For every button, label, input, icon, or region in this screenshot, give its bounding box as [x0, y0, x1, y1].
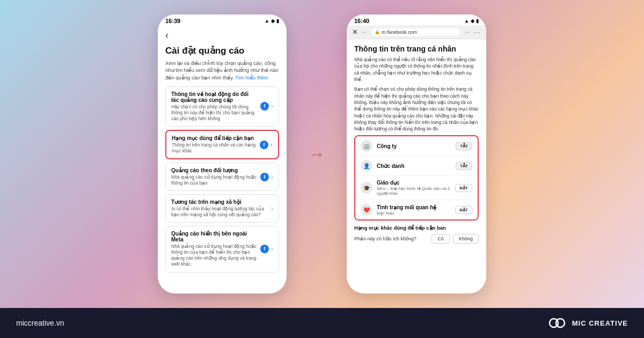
menu-item-2-highlighted[interactable]: Hạng mục dùng để tiếp cận bạn Thông tin …	[165, 130, 279, 159]
settings-box: 🏢 Công ty TẮT 👤 Chức danh TẮT 🎓	[354, 135, 479, 221]
menu-item-1[interactable]: Thông tin về hoạt động do đối tác quảng …	[165, 86, 279, 127]
menu-item-4-title: Tương tác trên mạng xã hội	[171, 199, 268, 205]
right-desc-2: Bạn có thể chọn có cho phép dùng thông t…	[354, 86, 479, 132]
relationship-toggle[interactable]: BẬT	[455, 206, 472, 214]
learn-more-link[interactable]: Tìm hiểu thêm	[235, 75, 268, 80]
right-phone-content: Thông tin trên trang cá nhân Nhà quảng c…	[347, 39, 486, 293]
browser-close-button[interactable]: ✕	[352, 28, 358, 36]
left-status-bar: 16:39 ▲ ◆ ▮	[158, 14, 287, 25]
job-icon: 👤	[361, 160, 372, 172]
left-phone: 16:39 ▲ ◆ ▮ ‹ Cài đặt quảng cáo Xem lại …	[158, 14, 287, 293]
lock-icon: 🔒	[375, 30, 380, 34]
battery-icon-r: ▮	[476, 18, 479, 24]
website-url: miccreative.vn	[16, 319, 64, 327]
right-phone: 16:40 ▲ ◆ ▮ ✕ ← 🔒 m.facebook.com → ··· T…	[347, 14, 486, 293]
right-time: 16:40	[354, 18, 369, 24]
brand-logo: MIC CREATIVE	[547, 313, 628, 333]
right-status-icons: ▲ ◆ ▮	[464, 18, 479, 24]
browser-bar: ✕ ← 🔒 m.facebook.com → ···	[347, 25, 486, 39]
setting-row-job: 👤 Chức danh TẮT	[355, 156, 478, 176]
feedback-no-button[interactable]: Không	[453, 234, 479, 244]
left-nav-bar: ‹	[158, 25, 287, 43]
left-time: 16:39	[165, 18, 180, 24]
chevron-right-icon-3: ›	[271, 173, 273, 181]
url-text: m.facebook.com	[382, 30, 417, 35]
section-footer: Hạng mục khác dùng để tiếp cận ban	[354, 225, 479, 231]
transition-arrow: →	[308, 144, 325, 164]
left-status-icons: ▲ ◆ ▮	[265, 18, 279, 24]
browser-menu-button[interactable]: ···	[473, 28, 481, 36]
main-content: 16:39 ▲ ◆ ▮ ‹ Cài đặt quảng cáo Xem lại …	[0, 0, 644, 308]
right-desc-1: Nhà quảng cáo có thể nếu rõ rằng nên hiể…	[354, 56, 479, 83]
job-title: Chức danh	[377, 163, 456, 169]
browser-url-bar[interactable]: 🔒 m.facebook.com	[371, 28, 460, 36]
chevron-right-icon-5: ›	[271, 245, 273, 253]
right-status-bar: 16:40 ▲ ◆ ▮	[347, 14, 486, 25]
wifi-icon: ◆	[271, 18, 275, 24]
menu-item-5-title: Quảng cáo hiển thị bên ngoài Meta	[171, 231, 257, 243]
relationship-title: Tình trạng mối quan hệ	[377, 204, 455, 210]
menu-item-1-title: Thông tin về hoạt động do đối tác quảng …	[171, 91, 257, 103]
chevron-right-icon-4: ›	[271, 205, 273, 212]
signal-icon-r: ▲	[464, 18, 469, 24]
setting-row-relationship: ❤️ Tình trạng mối quan hệ Độc thân BẬT	[355, 200, 478, 219]
menu-item-5[interactable]: Quảng cáo hiển thị bên ngoài Meta Nhà qu…	[165, 226, 279, 272]
menu-item-5-desc: Nhà quảng cáo sử dụng hoạt động hoặc thô…	[171, 244, 257, 267]
signal-icon: ▲	[265, 18, 269, 24]
chevron-right-icon-2: ›	[270, 141, 273, 149]
battery-icon: ▮	[276, 18, 279, 24]
menu-item-3-title: Quảng cáo theo đối tượng	[171, 167, 257, 173]
job-toggle[interactable]: TẮT	[456, 162, 472, 170]
chevron-right-icon: ›	[271, 102, 273, 110]
company-toggle[interactable]: TẮT	[456, 142, 472, 150]
relationship-icon: ❤️	[361, 204, 372, 216]
wifi-icon-r: ◆	[471, 18, 474, 24]
setting-row-education: 🎓 Giáo dục NEU – Đại học Kinh tế Quốc dâ…	[355, 176, 478, 200]
education-icon: 🎓	[361, 182, 372, 194]
setting-row-company: 🏢 Công ty TẮT	[355, 136, 478, 156]
relationship-subtitle: Độc thân	[377, 211, 455, 216]
facebook-icon-5: f	[260, 245, 269, 253]
right-page-title: Thông tin trên trang cá nhân	[354, 45, 479, 53]
feedback-label: Phần này có hữu ích không?	[354, 236, 428, 241]
company-icon: 🏢	[361, 140, 372, 152]
bottom-bar: miccreative.vn MIC CREATIVE	[0, 308, 644, 338]
feedback-row: Phần này có hữu ích không? Có Không	[354, 234, 479, 244]
company-title: Công ty	[377, 143, 456, 149]
feedback-yes-button[interactable]: Có	[431, 234, 450, 244]
menu-item-3[interactable]: Quảng cáo theo đối tượng Nhà quảng cáo s…	[165, 163, 279, 191]
mic-creative-logo-icon	[547, 313, 567, 333]
facebook-icon-2: f	[260, 141, 268, 149]
menu-item-2-desc: Thông tin trên trang cá nhân và các hạng…	[172, 142, 257, 154]
facebook-icon-3: f	[260, 173, 269, 181]
education-title: Giáo dục	[377, 180, 455, 186]
back-button[interactable]: ‹	[165, 30, 169, 41]
menu-item-1-desc: Hãy chọn có cho phép chúng tôi dùng thôn…	[171, 104, 257, 122]
browser-forward-button[interactable]: →	[463, 28, 470, 36]
arrow-right-icon: →	[308, 144, 325, 164]
left-phone-content: Cài đặt quảng cáo Xem lại và điều chỉnh …	[158, 43, 287, 293]
menu-item-3-desc: Nhà quảng cáo sử dụng hoạt động hoặc thô…	[171, 174, 257, 186]
left-page-title: Cài đặt quảng cáo	[165, 45, 279, 56]
browser-back-button[interactable]: ←	[361, 28, 368, 36]
education-toggle[interactable]: BẬT	[455, 184, 472, 192]
menu-item-4[interactable]: Tương tác trên mạng xã hội Ai có thể nhì…	[165, 194, 279, 223]
menu-item-4-desc: Ai có thể nhìn thấy hoạt động tương tác …	[171, 206, 268, 218]
left-page-desc: Xem lại và điều chỉnh tùy chọn quảng cáo…	[165, 60, 279, 81]
facebook-icon: f	[260, 102, 269, 111]
menu-item-2-title: Hạng mục dùng để tiếp cận bạn	[172, 135, 257, 141]
education-subtitle: NEU – Đại học Kinh tế Quốc dân và 2 ngườ…	[377, 186, 455, 196]
brand-name-text: MIC CREATIVE	[572, 319, 628, 327]
